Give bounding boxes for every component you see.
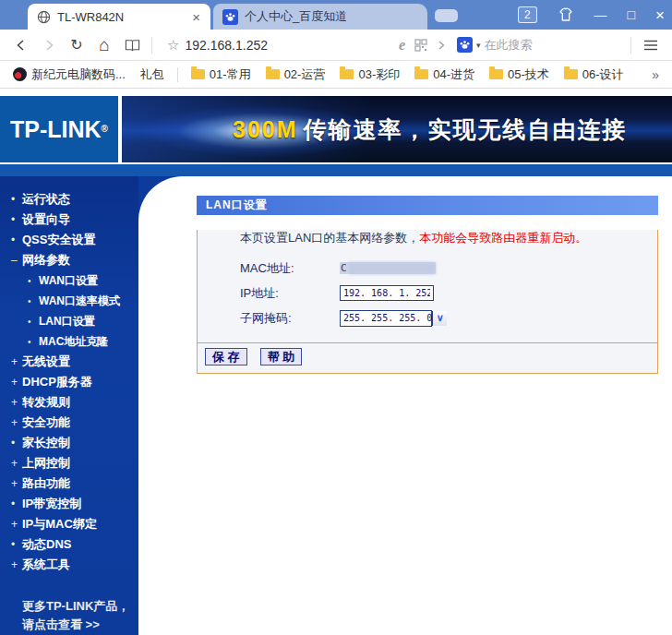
search-box[interactable]: ▾	[457, 37, 623, 53]
sidebar-item-mac-clone[interactable]: •MAC地址克隆	[0, 331, 138, 352]
select-dropdown-icon[interactable]: ∨	[432, 311, 447, 326]
skin-theme-icon[interactable]	[558, 7, 574, 22]
navigation-toolbar: ↻ ⌂ ☆ e	[0, 30, 672, 61]
new-tab-button[interactable]	[435, 9, 458, 22]
bookmark-folder[interactable]: 02-运营	[262, 65, 330, 85]
close-button[interactable]: ×	[655, 7, 665, 23]
tplink-logo: TP-LINK®	[0, 96, 118, 162]
subnet-mask-select[interactable]: 255. 255. 255. 0 ∨	[340, 310, 432, 327]
bookmark-folder[interactable]: 03-彩印	[336, 65, 403, 85]
reading-mode-icon[interactable]	[120, 33, 144, 57]
forward-button[interactable]	[37, 33, 61, 57]
banner-highlight: 300M	[233, 116, 298, 142]
bookmark-item[interactable]: 新纪元电脑数码...	[9, 65, 129, 85]
bookmarks-overflow-chevron[interactable]: »	[648, 67, 663, 82]
menu-button[interactable]	[639, 33, 663, 57]
tab-count-badge[interactable]: 2	[518, 6, 537, 23]
main-content: LAN口设置 本页设置LAN口的基本网络参数，本功能会导致路由器重新启动。 MA…	[138, 176, 672, 635]
bookmark-folder[interactable]: 04-进货	[411, 65, 478, 85]
help-button[interactable]: 帮 助	[260, 348, 303, 365]
folder-icon	[564, 69, 578, 79]
maximize-button[interactable]: □	[628, 8, 635, 21]
redacted-mac-blur	[349, 262, 436, 274]
subnet-mask-label: 子网掩码:	[240, 310, 340, 327]
sidebar-footer-link[interactable]: 更多TP-LINK产品， 请点击查看 >>	[0, 597, 138, 634]
bookmark-folder[interactable]: 06-设计	[560, 65, 628, 85]
folder-icon	[489, 69, 503, 79]
sidebar-item-routing[interactable]: +路由功能	[0, 473, 138, 494]
sidebar-item-setup-wizard[interactable]: •设置向导	[0, 210, 138, 230]
panel-title: LAN口设置	[197, 196, 658, 215]
url-input[interactable]	[185, 38, 323, 53]
sidebar-item-forwarding[interactable]: +转发规则	[0, 392, 138, 413]
bookmark-folder[interactable]: 01-常用	[187, 65, 255, 85]
reload-button[interactable]: ↻	[65, 33, 89, 57]
sidebar-item-qss-security[interactable]: •QSS安全设置	[0, 230, 138, 250]
sidebar-item-running-status[interactable]: •运行状态	[0, 189, 138, 210]
home-button[interactable]: ⌂	[92, 33, 116, 57]
sidebar-item-wireless[interactable]: +无线设置	[0, 352, 138, 372]
sidebar-menu: •运行状态 •设置向导 •QSS安全设置 –网络参数 •WAN口设置 •WAN口…	[0, 176, 138, 635]
folder-icon	[266, 69, 280, 79]
sidebar-item-dhcp[interactable]: +DHCP服务器	[0, 372, 138, 392]
search-engine-icon[interactable]	[457, 37, 473, 53]
bookmark-folder[interactable]: 05-技术	[486, 65, 553, 85]
panel-description: 本页设置LAN口的基本网络参数，本功能会导致路由器重新启动。	[240, 230, 642, 246]
ip-address-input[interactable]	[340, 285, 434, 301]
lan-settings-panel: LAN口设置 本页设置LAN口的基本网络参数，本功能会导致路由器重新启动。 MA…	[197, 196, 658, 374]
save-button[interactable]: 保 存	[205, 348, 247, 365]
mac-address-label: MAC地址:	[240, 260, 340, 277]
bookmark-star-icon[interactable]: ☆	[167, 37, 179, 54]
search-input[interactable]	[485, 38, 647, 52]
banner-image: 300M传输速率，实现无线自由连接	[122, 96, 672, 162]
sidebar-item-security[interactable]: +安全功能	[0, 413, 138, 433]
sidebar-item-dynamic-dns[interactable]: •动态DNS	[0, 534, 138, 555]
sidebar-item-lan-settings[interactable]: •LAN口设置	[0, 311, 138, 331]
expand-icons-chevron[interactable]	[437, 40, 446, 51]
back-button[interactable]	[9, 33, 33, 57]
search-engine-caret-icon[interactable]: ▾	[476, 41, 481, 50]
sidebar-item-system-tools[interactable]: +系统工具	[0, 555, 138, 575]
tab-strip: TL-WR842N × 个人中心_百度知道 2 — □ ×	[0, 0, 672, 30]
site-favicon-icon	[13, 67, 27, 81]
globe-icon	[37, 10, 51, 24]
minimize-button[interactable]: —	[594, 8, 607, 21]
header-divider-strip	[0, 164, 672, 176]
qr-code-icon[interactable]	[414, 39, 427, 52]
compatibility-mode-icon[interactable]: e	[399, 37, 405, 54]
sidebar-item-ip-bandwidth[interactable]: •IP带宽控制	[0, 494, 138, 514]
tab-title: 个人中心_百度知道	[245, 8, 420, 25]
sidebar-item-network-params[interactable]: –网络参数	[0, 250, 138, 270]
sidebar-item-access-control[interactable]: +上网控制	[0, 453, 138, 473]
browser-window: TL-WR842N × 个人中心_百度知道 2 — □ ×	[0, 0, 672, 635]
address-bar[interactable]: ☆	[160, 37, 395, 54]
tab-close-icon[interactable]: ×	[189, 9, 203, 25]
folder-icon	[191, 69, 205, 79]
sidebar-item-parental-control[interactable]: •家长控制	[0, 433, 138, 453]
banner-slogan: 传输速率，实现无线自由连接	[304, 116, 628, 142]
bookmark-item[interactable]: 礼包	[137, 65, 168, 85]
mac-address-value: C	[340, 262, 436, 274]
folder-icon	[340, 69, 354, 79]
tab-router[interactable]: TL-WR842N ×	[28, 4, 210, 30]
warning-text: 本功能会导致路由器重新启动。	[419, 231, 587, 245]
sidebar-item-ip-mac-binding[interactable]: +IP与MAC绑定	[0, 514, 138, 534]
ip-address-label: IP地址:	[240, 285, 340, 302]
sidebar-item-wan-settings[interactable]: •WAN口设置	[0, 270, 138, 291]
tab-title: TL-WR842N	[57, 10, 189, 24]
tab-baidu[interactable]: 个人中心_百度知道	[213, 4, 427, 30]
sidebar-item-wan-speed-mode[interactable]: •WAN口速率模式	[0, 291, 138, 311]
folder-icon	[414, 69, 428, 79]
bookmarks-bar: 新纪元电脑数码... 礼包 01-常用 02-运营 03-彩印 04-进货 05…	[0, 61, 672, 89]
router-page-header: TP-LINK® 300M传输速率，实现无线自由连接	[0, 89, 672, 176]
baidu-favicon-icon	[222, 9, 238, 25]
